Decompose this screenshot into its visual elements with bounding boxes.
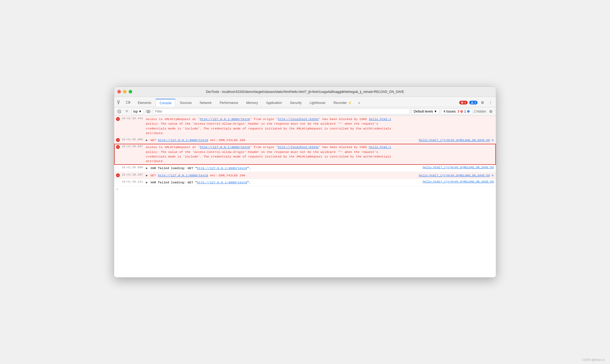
row2-source: hello.html?_ijt=6reh…d=RELOAD_ON_SAVE:59…	[419, 137, 496, 143]
svg-rect-0	[118, 101, 119, 102]
tab-lighthouse[interactable]: Lighthouse	[306, 99, 329, 107]
svg-point-14	[146, 110, 150, 113]
row2-timestamp: 19:41:36.686	[122, 137, 146, 141]
settings-gear-icon[interactable]: ⚙	[479, 99, 486, 106]
tab-sources[interactable]: Sources	[176, 99, 195, 107]
row5-source-link[interactable]: hello.html?_ijt=6reh…d=RELOAD_ON_SAVE:59	[419, 174, 490, 177]
row6-link1[interactable]: http://127.0.0.1:8080/test8	[197, 181, 247, 184]
title-bar: DevTools - localhost:63342/demo/target/c…	[114, 87, 496, 97]
hidden-count: 2 hidden	[474, 110, 486, 113]
row1-timestamp: 19:41:35.443	[122, 116, 146, 120]
window-title: DevTools - localhost:63342/demo/target/c…	[206, 90, 404, 94]
row6-source: hello.html?_ijt=6reh…d=RELOAD_ON_SAVE:59	[423, 180, 496, 184]
svg-text:✕: ✕	[461, 110, 463, 113]
svg-text:i: i	[468, 110, 469, 113]
svg-rect-3	[126, 101, 129, 103]
maximize-button[interactable]	[129, 90, 132, 93]
inspect-element-icon[interactable]	[116, 99, 123, 106]
row1-message: Access to XMLHttpRequest at 'http://127.…	[146, 116, 426, 136]
tab-performance[interactable]: Performance	[216, 99, 242, 107]
row4-message: ▶ XHR failed loading: GET "http://127.0.…	[146, 165, 423, 171]
warning-badge[interactable]: ! 3	[469, 101, 478, 104]
filter-input[interactable]	[153, 108, 410, 114]
row4-expand-arrow[interactable]: ▶	[146, 166, 148, 170]
row4-icon	[114, 165, 122, 166]
row5-error-icon: ✕	[114, 173, 122, 177]
row3-link3[interactable]: hello.html:1	[369, 145, 391, 149]
row2-source-link[interactable]: hello.html?_ijt=6reh…d=RELOAD_ON_SAVE:59	[419, 139, 490, 142]
eye-icon[interactable]	[145, 108, 151, 114]
row5-message: ▶ GET http://127.0.0.1:8080/test8 net::E…	[146, 173, 419, 178]
traffic-lights	[117, 90, 132, 93]
console-row-5: ✕ 19:41:38.207 ▶ GET http://127.0.0.1:80…	[114, 172, 496, 179]
error-badge[interactable]: ✕ 4	[459, 101, 468, 104]
svg-text:✕: ✕	[461, 102, 463, 104]
tab-bar: Elements Console Sources Network Perform…	[114, 97, 496, 107]
row5-expand-arrow[interactable]: ▶	[146, 174, 148, 177]
clear-console-icon[interactable]	[116, 108, 122, 114]
row2-refresh-icon[interactable]: ↻	[492, 138, 494, 142]
row3-source	[426, 144, 496, 145]
console-row-2: ✕ 19:41:36.686 ▶ GET http://127.0.0.1:80…	[114, 137, 496, 144]
tab-security[interactable]: Security	[286, 99, 305, 107]
row1-link1[interactable]: http://127.0.0.1:8080/test8	[200, 117, 250, 121]
console-row-1: ✕ 19:41:35.443 Access to XMLHttpRequest …	[114, 116, 496, 137]
row3-link1[interactable]: http://127.0.0.1:8080/test8	[200, 145, 250, 149]
tab-memory[interactable]: Memory	[243, 99, 262, 107]
row4-source-link[interactable]: hello.html?_ijt=6reh…d=RELOAD_ON_SAVE:59	[423, 166, 494, 169]
svg-line-10	[118, 111, 120, 112]
context-selector[interactable]: top ▼	[131, 108, 144, 114]
device-toolbar-icon[interactable]	[125, 99, 131, 106]
row4-timestamp: 19:41:36.690	[122, 165, 146, 169]
row3-message: Access to XMLHttpRequest at 'http://127.…	[146, 144, 426, 164]
row5-refresh-icon[interactable]: ↻	[492, 173, 494, 177]
console-settings-icon[interactable]: ⚙	[488, 108, 494, 114]
row2-expand-arrow[interactable]: ▶	[146, 138, 148, 142]
tab-bar-icons	[116, 99, 131, 107]
row6-icon	[114, 180, 122, 180]
tab-application[interactable]: Application	[262, 99, 286, 107]
console-row-3: ✕ 19:41:36.687 Access to XMLHttpRequest …	[114, 144, 496, 165]
tab-console[interactable]: Console	[156, 99, 176, 107]
row6-expand-arrow[interactable]: ▶	[146, 181, 148, 184]
console-row-4: 19:41:36.690 ▶ XHR failed loading: GET "…	[114, 165, 496, 172]
row3-timestamp: 19:41:36.687	[122, 144, 146, 148]
devtools-window: DevTools - localhost:63342/demo/target/c…	[114, 86, 496, 278]
row1-source	[426, 116, 496, 117]
row6-source-link[interactable]: hello.html?_ijt=6reh…d=RELOAD_ON_SAVE:59	[423, 180, 494, 183]
console-prompt-row: ›	[114, 186, 496, 192]
log-levels-selector[interactable]: Default levels ▼	[411, 108, 440, 114]
tab-more[interactable]: »	[356, 99, 362, 107]
svg-text:!: !	[472, 102, 472, 104]
row2-error-icon: ✕	[114, 137, 122, 142]
tab-network[interactable]: Network	[196, 99, 215, 107]
minimize-button[interactable]	[123, 90, 127, 93]
issues-button[interactable]: 4 Issues: 3 ✕ 1 i	[441, 108, 472, 114]
console-row-6: 19:41:38.211 ▶ XHR failed loading: GET "…	[114, 179, 496, 186]
row4-link1[interactable]: http://127.0.0.1:8080/test8	[197, 166, 247, 170]
row6-timestamp: 19:41:38.211	[122, 180, 146, 183]
more-options-icon[interactable]: ⋮	[487, 99, 494, 106]
svg-point-15	[148, 111, 149, 112]
row1-link3[interactable]: hello.html:1	[369, 117, 391, 121]
row5-link1[interactable]: http://127.0.0.1:8080/test8	[158, 174, 208, 177]
watermark: CSDN @ideal-cs	[582, 358, 605, 361]
row4-source: hello.html?_ijt=6reh…d=RELOAD_ON_SAVE:59	[423, 165, 496, 170]
row5-source: hello.html?_ijt=6reh…d=RELOAD_ON_SAVE:59…	[419, 173, 496, 178]
tab-elements[interactable]: Elements	[134, 99, 155, 107]
prompt-arrow-icon: ›	[116, 187, 118, 191]
row6-message: ▶ XHR failed loading: GET "http://127.0.…	[146, 180, 423, 185]
row3-link2[interactable]: http://localhost:63342	[278, 145, 319, 149]
tab-bar-right: ✕ 4 ! 3 ⚙ ⋮	[459, 99, 494, 107]
filter-icon[interactable]	[124, 108, 130, 114]
row5-timestamp: 19:41:38.207	[122, 173, 146, 176]
row2-link1[interactable]: http://127.0.0.1:8080/test8	[158, 138, 208, 142]
svg-rect-4	[129, 102, 130, 103]
row2-message: ▶ GET http://127.0.0.1:8080/test8 net::E…	[146, 137, 419, 143]
console-content: ✕ 19:41:35.443 Access to XMLHttpRequest …	[114, 116, 496, 277]
tab-recorder[interactable]: Recorder ⚡	[330, 99, 356, 107]
close-button[interactable]	[117, 90, 121, 93]
issues-error-count: 3	[458, 110, 460, 113]
row1-link2[interactable]: http://localhost:63342	[278, 117, 319, 121]
console-toolbar: top ▼ Default levels ▼ 4 Issues: 3 ✕ 1 i…	[114, 107, 496, 116]
